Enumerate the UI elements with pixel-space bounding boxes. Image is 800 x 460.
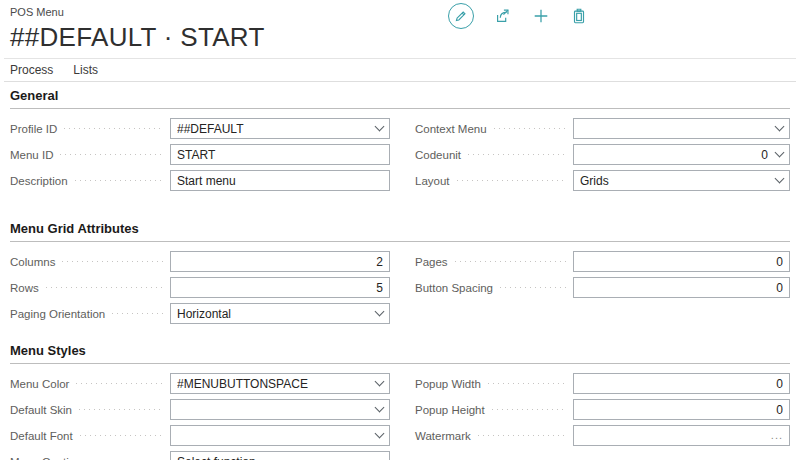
- dotted-leader: [76, 383, 163, 384]
- grid-attrs-right-column: Pages 0 Button Spacing 0: [415, 251, 790, 303]
- field-watermark: Watermark ...: [415, 425, 790, 446]
- field-label: Default Font: [10, 430, 73, 442]
- section-menu-styles: Menu Styles Menu Color #MENUBUTTONSPACE …: [10, 343, 790, 460]
- dotted-leader: [75, 180, 163, 181]
- delete-trash-icon[interactable]: [570, 7, 588, 25]
- popup-width-input[interactable]: 0: [573, 373, 790, 394]
- action-bar: Process Lists: [4, 58, 796, 82]
- watermark-input[interactable]: ...: [573, 425, 790, 446]
- field-value: 0: [580, 377, 783, 391]
- field-rows: Rows 5: [10, 277, 390, 298]
- chevron-down-icon[interactable]: [375, 403, 385, 413]
- menu-id-input[interactable]: START: [170, 144, 390, 165]
- dotted-leader: [62, 261, 163, 262]
- chevron-down-icon[interactable]: [775, 174, 785, 184]
- new-plus-icon[interactable]: [532, 7, 550, 25]
- dotted-leader: [46, 287, 163, 288]
- field-value: START: [177, 148, 383, 162]
- field-value: 2: [177, 255, 383, 269]
- chevron-down-icon[interactable]: [375, 377, 385, 387]
- dotted-leader: [488, 383, 566, 384]
- assist-edit-icon[interactable]: ...: [771, 430, 783, 441]
- dotted-leader: [492, 409, 566, 410]
- field-value: 0: [580, 403, 783, 417]
- field-pages: Pages 0: [415, 251, 790, 272]
- chevron-down-icon[interactable]: [375, 122, 385, 132]
- dotted-leader: [457, 180, 566, 181]
- field-value: Grids: [580, 174, 768, 188]
- chevron-down-icon[interactable]: [775, 148, 785, 158]
- field-profile-id: Profile ID ##DEFAULT: [10, 118, 390, 139]
- default-font-input[interactable]: [170, 425, 390, 446]
- field-default-skin: Default Skin: [10, 399, 390, 420]
- field-label: Columns: [10, 256, 55, 268]
- default-skin-input[interactable]: [170, 399, 390, 420]
- chevron-down-icon[interactable]: [375, 429, 385, 439]
- field-label: Default Skin: [10, 404, 72, 416]
- page-title: ##DEFAULT · START: [10, 22, 265, 53]
- field-value: Select function: [177, 455, 383, 460]
- description-input[interactable]: Start menu: [170, 170, 390, 191]
- field-value: Horizontal: [177, 307, 368, 321]
- chevron-down-icon[interactable]: [375, 307, 385, 317]
- field-popup-width: Popup Width 0: [415, 373, 790, 394]
- section-heading[interactable]: General: [10, 88, 790, 109]
- context-menu-input[interactable]: [573, 118, 790, 139]
- field-label: Popup Width: [415, 378, 481, 390]
- field-context-menu: Context Menu: [415, 118, 790, 139]
- field-label: Menu Color: [10, 378, 69, 390]
- layout-input[interactable]: Grids: [573, 170, 790, 191]
- field-button-spacing: Button Spacing 0: [415, 277, 790, 298]
- field-value: #MENUBUTTONSPACE: [177, 377, 368, 391]
- field-label: Watermark: [415, 430, 471, 442]
- field-codeunit: Codeunit 0: [415, 144, 790, 165]
- field-menu-color: Menu Color #MENUBUTTONSPACE: [10, 373, 390, 394]
- menu-styles-left-column: Menu Color #MENUBUTTONSPACE Default Skin: [10, 373, 390, 460]
- popup-height-input[interactable]: 0: [573, 399, 790, 420]
- profile-id-input[interactable]: ##DEFAULT: [170, 118, 390, 139]
- chevron-down-icon[interactable]: [775, 122, 785, 132]
- dotted-leader: [455, 261, 566, 262]
- field-label: Menu ID: [10, 149, 53, 161]
- columns-input[interactable]: 2: [170, 251, 390, 272]
- field-value: 0: [580, 255, 783, 269]
- section-heading[interactable]: Menu Styles: [10, 343, 790, 364]
- field-menu-id: Menu ID START: [10, 144, 390, 165]
- menu-caption-input[interactable]: Select function: [170, 451, 390, 460]
- field-value: 5: [177, 281, 383, 295]
- rows-input[interactable]: 5: [170, 277, 390, 298]
- card-content: General Profile ID ##DEFAULT Menu ID: [10, 88, 790, 460]
- general-left-column: Profile ID ##DEFAULT Menu ID START: [10, 118, 390, 196]
- button-spacing-input[interactable]: 0: [573, 277, 790, 298]
- field-columns: Columns 2: [10, 251, 390, 272]
- dotted-leader: [468, 154, 566, 155]
- field-paging-orientation: Paging Orientation Horizontal: [10, 303, 390, 324]
- dotted-leader: [494, 128, 566, 129]
- codeunit-input[interactable]: 0: [573, 144, 790, 165]
- field-label: Popup Height: [415, 404, 485, 416]
- field-label: Paging Orientation: [10, 308, 105, 320]
- field-layout: Layout Grids: [415, 170, 790, 191]
- dotted-leader: [478, 435, 566, 436]
- dotted-leader: [500, 287, 566, 288]
- edit-pencil-icon[interactable]: [448, 3, 474, 29]
- pos-menu-card-page: POS Menu: [0, 0, 800, 460]
- tab-lists[interactable]: Lists: [73, 63, 98, 77]
- field-value: 0: [580, 281, 783, 295]
- field-label: Layout: [415, 175, 450, 187]
- section-general: General Profile ID ##DEFAULT Menu ID: [10, 88, 790, 196]
- field-label: Description: [10, 175, 68, 187]
- grid-attrs-left-column: Columns 2 Rows 5 Paging Or: [10, 251, 390, 329]
- menu-color-input[interactable]: #MENUBUTTONSPACE: [170, 373, 390, 394]
- field-default-font: Default Font: [10, 425, 390, 446]
- section-heading[interactable]: Menu Grid Attributes: [10, 221, 790, 242]
- field-value: Start menu: [177, 174, 383, 188]
- field-value: 0: [580, 148, 768, 162]
- pages-input[interactable]: 0: [573, 251, 790, 272]
- page-toolbar: [448, 2, 588, 30]
- field-label: Codeunit: [415, 149, 461, 161]
- field-popup-height: Popup Height 0: [415, 399, 790, 420]
- tab-process[interactable]: Process: [10, 63, 53, 77]
- share-icon[interactable]: [494, 7, 512, 25]
- paging-orientation-input[interactable]: Horizontal: [170, 303, 390, 324]
